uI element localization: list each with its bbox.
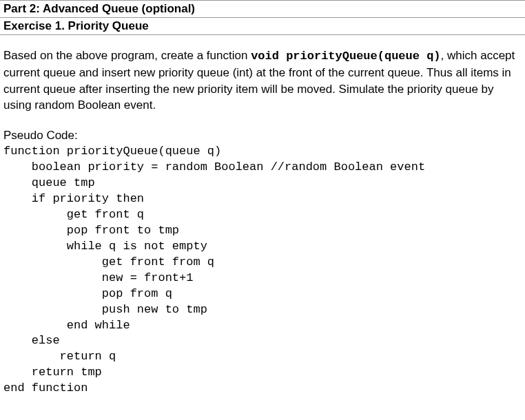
code-line: end while [3,318,522,334]
code-line: end function [3,381,522,397]
code-line: get front from q [3,255,522,271]
pseudo-code-block: function priorityQueue(queue q) boolean … [3,144,522,397]
code-line: queue tmp [3,176,522,191]
code-line: pop front to tmp [3,223,522,239]
code-line: function priorityQueue(queue q) [3,144,522,160]
code-line: return q [3,349,522,365]
pseudo-code-label: Pseudo Code: [3,129,522,143]
code-line: new = front+1 [3,271,522,286]
code-line: get front q [3,207,522,223]
content-area: Based on the above program, create a fun… [0,35,525,397]
code-line: while q is not empty [3,239,522,255]
code-line: return tmp [3,365,522,381]
exercise-title: Exercise 1. Priority Queue [0,18,525,34]
function-signature: void priorityQueue(queue q) [251,50,440,63]
code-line: boolean priority = random Boolean //rand… [3,160,522,176]
code-line: else [3,333,522,349]
header-section: Part 2: Advanced Queue (optional) Exerci… [0,0,525,35]
part-title: Part 2: Advanced Queue (optional) [0,1,525,18]
code-line: if priority then [3,191,522,207]
code-line: pop from q [3,286,522,302]
code-line: push new to tmp [3,302,522,318]
description-prefix: Based on the above program, create a fun… [3,49,251,62]
exercise-description: Based on the above program, create a fun… [3,48,522,114]
